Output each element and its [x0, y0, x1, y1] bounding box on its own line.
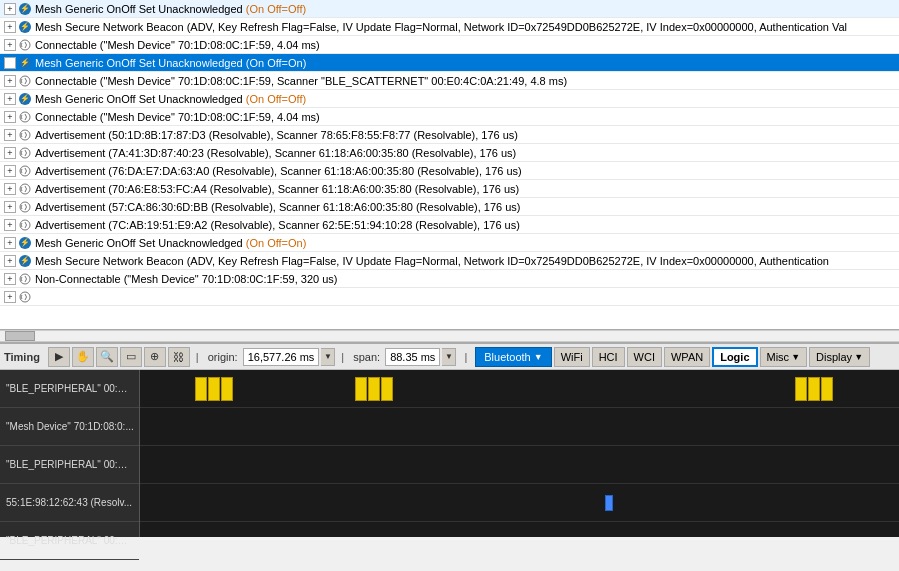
- packet-row[interactable]: +Non-Connectable ("Mesh Device" 70:1D:08…: [0, 270, 899, 288]
- packet-row[interactable]: +Advertisement (76:DA:E7:DA:63:A0 (Resol…: [0, 162, 899, 180]
- packet-row[interactable]: +⚡Mesh Generic OnOff Set Unacknowledged …: [0, 90, 899, 108]
- yellow-block-0-3: [355, 377, 367, 401]
- packet-text: Mesh Secure Network Beacon (ADV, Key Ref…: [35, 255, 895, 267]
- packet-row[interactable]: +⚡Mesh Generic OnOff Set Unacknowledged …: [0, 234, 899, 252]
- yellow-block-0-2: [221, 377, 233, 401]
- misc-btn[interactable]: Misc ▼: [760, 347, 808, 367]
- bluetooth-icon: ⚡: [18, 20, 32, 34]
- expand-icon[interactable]: +: [4, 3, 16, 15]
- tl-label-text-4: "BLE_PERIPHERAL" 00:E0:...: [6, 535, 134, 546]
- expand-icon[interactable]: +: [4, 93, 16, 105]
- bluetooth-dropdown-arrow[interactable]: ▼: [534, 352, 543, 362]
- signal-icon: [18, 146, 32, 160]
- bluetooth-icon: ⚡: [18, 236, 32, 250]
- origin-dropdown[interactable]: ▼: [321, 348, 335, 366]
- packet-text: Advertisement (76:DA:E7:DA:63:A0 (Resolv…: [35, 165, 895, 177]
- plus-arrow-tool[interactable]: ⊕: [144, 347, 166, 367]
- wci-btn[interactable]: WCI: [627, 347, 662, 367]
- packet-row[interactable]: +⚡Mesh Secure Network Beacon (ADV, Key R…: [0, 252, 899, 270]
- packet-text: Advertisement (7C:AB:19:51:E9:A2 (Resolv…: [35, 219, 895, 231]
- timing-label: Timing: [4, 351, 40, 363]
- misc-dropdown-arrow[interactable]: ▼: [791, 352, 800, 362]
- horizontal-scrollbar[interactable]: [0, 330, 899, 342]
- bluetooth-icon: ⚡: [18, 56, 32, 70]
- signal-icon: [18, 110, 32, 124]
- display-btn[interactable]: Display ▼: [809, 347, 870, 367]
- signal-icon: [18, 290, 32, 304]
- packet-text: Mesh Secure Network Beacon (ADV, Key Ref…: [35, 21, 895, 33]
- yellow-block-0-8: [821, 377, 833, 401]
- rect-tool[interactable]: ▭: [120, 347, 142, 367]
- packet-text: Mesh Generic OnOff Set Unacknowledged (O…: [35, 93, 895, 105]
- tl-row-4: [140, 522, 899, 537]
- packet-row[interactable]: +: [0, 288, 899, 306]
- signal-icon: [18, 164, 32, 178]
- expand-icon[interactable]: +: [4, 165, 16, 177]
- span-dropdown[interactable]: ▼: [442, 348, 456, 366]
- expand-icon[interactable]: +: [4, 201, 16, 213]
- expand-icon[interactable]: +: [4, 75, 16, 87]
- packet-row[interactable]: +Connectable ("Mesh Device" 70:1D:08:0C:…: [0, 108, 899, 126]
- packet-row[interactable]: +Advertisement (57:CA:86:30:6D:BB (Resol…: [0, 198, 899, 216]
- packet-text: Non-Connectable ("Mesh Device" 70:1D:08:…: [35, 273, 895, 285]
- expand-icon[interactable]: +: [4, 237, 16, 249]
- tl-label-text-3: 55:1E:98:12:62:43 (Resolv...: [6, 497, 132, 508]
- tl-label-0: "BLE_PERIPHERAL" 00:E0:...: [0, 370, 139, 408]
- tl-label-2: "BLE_PERIPHERAL" 00:E0:...: [0, 446, 139, 484]
- yellow-block-0-6: [795, 377, 807, 401]
- wifi-btn[interactable]: WiFi: [554, 347, 590, 367]
- zoom-tool[interactable]: 🔍: [96, 347, 118, 367]
- lower-area: Timing ▶ ✋ 🔍 ▭ ⊕ ⛓ | origin: 16,577.26 m…: [0, 342, 899, 537]
- display-dropdown-arrow[interactable]: ▼: [854, 352, 863, 362]
- expand-icon[interactable]: +: [4, 21, 16, 33]
- hand-tool[interactable]: ✋: [72, 347, 94, 367]
- hci-btn[interactable]: HCI: [592, 347, 625, 367]
- tl-label-text-2: "BLE_PERIPHERAL" 00:E0:...: [6, 459, 134, 470]
- timeline-content[interactable]: [140, 370, 899, 537]
- packet-row[interactable]: +⚡Mesh Secure Network Beacon (ADV, Key R…: [0, 18, 899, 36]
- logic-btn[interactable]: Logic: [712, 347, 757, 367]
- yellow-block-0-0: [195, 377, 207, 401]
- expand-icon[interactable]: +: [4, 273, 16, 285]
- packet-list: +⚡Mesh Generic OnOff Set Unacknowledged …: [0, 0, 899, 330]
- packet-row[interactable]: +Advertisement (50:1D:8B:17:87:D3 (Resol…: [0, 126, 899, 144]
- expand-icon[interactable]: +: [4, 255, 16, 267]
- packet-text: Connectable ("Mesh Device" 70:1D:08:0C:1…: [35, 39, 895, 51]
- packet-text: Connectable ("Mesh Device" 70:1D:08:0C:1…: [35, 75, 895, 87]
- packet-annotation: (On Off=Off): [246, 3, 306, 15]
- signal-icon: [18, 200, 32, 214]
- expand-icon[interactable]: +: [4, 219, 16, 231]
- scrollbar-thumb[interactable]: [5, 331, 35, 341]
- tl-row-2: [140, 446, 899, 484]
- packet-row[interactable]: +Advertisement (7C:AB:19:51:E9:A2 (Resol…: [0, 216, 899, 234]
- packet-row[interactable]: +⚡Mesh Generic OnOff Set Unacknowledged …: [0, 54, 899, 72]
- packet-row[interactable]: +Advertisement (7A:41:3D:87:40:23 (Resol…: [0, 144, 899, 162]
- packet-text: Advertisement (7A:41:3D:87:40:23 (Resolv…: [35, 147, 895, 159]
- origin-label: origin:: [208, 351, 238, 363]
- signal-icon: [18, 74, 32, 88]
- packet-text: Advertisement (50:1D:8B:17:87:D3 (Resolv…: [35, 129, 895, 141]
- tl-label-3: 55:1E:98:12:62:43 (Resolv...: [0, 484, 139, 522]
- packet-row[interactable]: +Connectable ("Mesh Device" 70:1D:08:0C:…: [0, 72, 899, 90]
- packet-text: Advertisement (70:A6:E8:53:FC:A4 (Resolv…: [35, 183, 895, 195]
- expand-icon[interactable]: +: [4, 147, 16, 159]
- expand-icon[interactable]: +: [4, 111, 16, 123]
- expand-icon[interactable]: +: [4, 57, 16, 69]
- tl-label-text-0: "BLE_PERIPHERAL" 00:E0:...: [6, 383, 134, 394]
- expand-icon[interactable]: +: [4, 183, 16, 195]
- bluetooth-icon: ⚡: [18, 92, 32, 106]
- bluetooth-icon: ⚡: [18, 254, 32, 268]
- yellow-block-0-7: [808, 377, 820, 401]
- link-tool[interactable]: ⛓: [168, 347, 190, 367]
- expand-icon[interactable]: +: [4, 129, 16, 141]
- wpan-btn[interactable]: WPAN: [664, 347, 710, 367]
- pointer-tool[interactable]: ▶: [48, 347, 70, 367]
- bluetooth-btn[interactable]: Bluetooth ▼: [475, 347, 551, 367]
- packet-text: Connectable ("Mesh Device" 70:1D:08:0C:1…: [35, 111, 895, 123]
- signal-icon: [18, 128, 32, 142]
- packet-row[interactable]: +Connectable ("Mesh Device" 70:1D:08:0C:…: [0, 36, 899, 54]
- packet-row[interactable]: +⚡Mesh Generic OnOff Set Unacknowledged …: [0, 0, 899, 18]
- packet-row[interactable]: +Advertisement (70:A6:E8:53:FC:A4 (Resol…: [0, 180, 899, 198]
- expand-icon[interactable]: +: [4, 291, 16, 303]
- expand-icon[interactable]: +: [4, 39, 16, 51]
